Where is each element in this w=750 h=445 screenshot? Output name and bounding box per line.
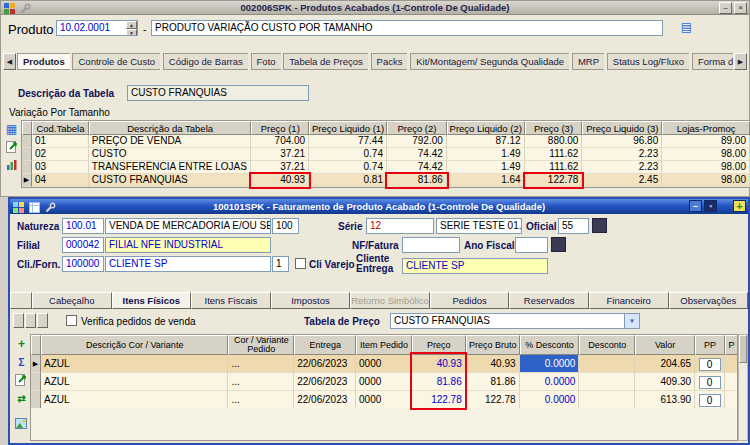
- mini-toolbar-button[interactable]: [13, 313, 24, 328]
- image-icon[interactable]: [13, 418, 28, 432]
- chart-icon[interactable]: [4, 159, 19, 173]
- sum-icon[interactable]: Σ: [14, 356, 29, 370]
- col-p[interactable]: P: [725, 335, 737, 355]
- col-pct-desconto[interactable]: % Desconto: [520, 335, 580, 355]
- col-preco-1[interactable]: Preço (1): [251, 121, 309, 135]
- tab-pedidos[interactable]: Pedidos: [430, 292, 510, 309]
- produto-description-input[interactable]: PRODUTO VARIAÇÃO CUSTO POR TAMANHO: [151, 20, 663, 36]
- ano-fiscal-field[interactable]: [515, 237, 548, 253]
- serie-desc-field[interactable]: SERIE TESTE 01.1: [436, 218, 522, 234]
- table-row[interactable]: 03 TRANSFERÊNCIA ENTRE LOJAS 37.21 0.74 …: [22, 161, 750, 174]
- col-cod-tabela[interactable]: Cod.Tabela: [32, 121, 89, 135]
- tab-tabela-de-precos[interactable]: Tabela de Preços: [283, 53, 367, 70]
- pp-cell[interactable]: 0: [699, 376, 721, 389]
- col-valor[interactable]: Valor: [635, 335, 695, 355]
- col-pp[interactable]: PP: [695, 335, 725, 355]
- export-icon[interactable]: [13, 374, 28, 388]
- table-row-selected[interactable]: ▶ AZUL ... 22/06/2023 0000 40.93 40.93 0…: [31, 355, 737, 373]
- col-entrega[interactable]: Entrega: [294, 335, 356, 355]
- minimize-button[interactable]: –: [719, 2, 732, 14]
- cli-forn-code-field[interactable]: 100000: [62, 256, 104, 272]
- grid-icon[interactable]: ▦: [4, 123, 19, 137]
- filial-code-field[interactable]: 000042: [62, 237, 104, 253]
- tab-produtos[interactable]: Produtos: [17, 53, 70, 70]
- tab-observacoes[interactable]: Observações: [669, 292, 749, 309]
- tab-scroll-right-icon[interactable]: ▶: [734, 53, 747, 70]
- vertical-scrollbar[interactable]: [738, 334, 748, 441]
- col-preco-2[interactable]: Preço (2): [387, 121, 447, 135]
- natureza-extra-field[interactable]: 100: [272, 218, 299, 234]
- oficial-label: Oficial: [526, 221, 557, 232]
- produtos-window-title: 002006SPK - Produtos Acabados (1-Control…: [1, 2, 749, 13]
- tab-itens-fiscais[interactable]: Itens Fiscais: [191, 292, 271, 309]
- produto-spinner[interactable]: ▲ ▼: [126, 21, 137, 35]
- tab-financeiro[interactable]: Financeiro: [589, 292, 669, 309]
- faturamento-titlebar[interactable]: 100101SPK - Faturamento de Produto Acaba…: [10, 199, 748, 214]
- col-lojas-promoc[interactable]: Lojas-Promoç: [662, 121, 750, 135]
- table-row-selected[interactable]: ▶ 04 CUSTO FRANQUIAS 40.93 0.81 81.86 1.…: [22, 174, 750, 187]
- refresh-icon[interactable]: ⇄: [14, 392, 29, 406]
- minimize-button[interactable]: –: [689, 200, 702, 212]
- col-cor-variante-pedido[interactable]: Cor / Variante Pedido: [228, 335, 294, 355]
- tab-forma-de-pagamento[interactable]: Forma de Pagamento: [692, 53, 733, 70]
- col-preco-liquido-3[interactable]: Preço Liquido (3): [582, 121, 662, 135]
- natureza-desc-field[interactable]: VENDA DE MERCADORIA E/OU SERVI: [105, 218, 271, 234]
- filial-desc-field[interactable]: FILIAL NFE INDUSTRIAL: [105, 237, 271, 253]
- cliente-entrega-field[interactable]: CLIENTE SP: [402, 258, 548, 274]
- row-selector: [22, 148, 32, 161]
- col-preco-bruto[interactable]: Preço Bruto: [466, 335, 520, 355]
- cli-extra-field[interactable]: 1: [272, 256, 289, 272]
- new-record-button[interactable]: +: [733, 200, 746, 212]
- produtos-titlebar[interactable]: 002006SPK - Produtos Acabados (1-Control…: [1, 1, 749, 15]
- notes-icon[interactable]: ▤: [679, 21, 694, 35]
- tab-controle-de-custo[interactable]: Controle de Custo: [72, 53, 160, 70]
- mini-toolbar-button[interactable]: [25, 313, 36, 328]
- lookup-button[interactable]: [551, 237, 566, 252]
- col-descricao-cor-variante[interactable]: Descrição Cor / Variante: [41, 335, 228, 355]
- serie-code-field[interactable]: 12: [366, 218, 434, 234]
- desc-tabela-input[interactable]: CUSTO FRANQUIAS: [127, 85, 309, 101]
- col-preco[interactable]: Preço: [412, 335, 466, 355]
- table-row[interactable]: AZUL ... 22/06/2023 0000 122.78 122.78 0…: [31, 391, 737, 409]
- tab-scroll-left-icon[interactable]: ◀: [3, 53, 16, 70]
- produto-code-input[interactable]: 10.02.0001 ▲ ▼: [56, 20, 138, 36]
- col-preco-3[interactable]: Preço (3): [525, 121, 583, 135]
- tab-foto[interactable]: Foto: [251, 53, 281, 70]
- col-preco-liquido-2[interactable]: Preço Liquido (2): [447, 121, 525, 135]
- verifica-pedidos-checkbox[interactable]: [66, 315, 77, 326]
- tab-reservados[interactable]: Reservados: [509, 292, 589, 309]
- scrollbar-thumb[interactable]: [739, 335, 747, 363]
- pp-cell[interactable]: 0: [699, 358, 721, 371]
- oficial-field[interactable]: 55: [558, 218, 589, 234]
- chevron-down-icon[interactable]: ▼: [624, 314, 639, 328]
- pp-cell[interactable]: 0: [699, 394, 721, 407]
- col-desconto[interactable]: Desconto: [579, 335, 635, 355]
- tab-kit-montagem[interactable]: Kit/Montagem/ Segunda Qualidade: [410, 53, 569, 70]
- table-row[interactable]: 02 CUSTO 37.21 0.74 74.42 1.49 111.62 2.…: [22, 148, 750, 161]
- col-descricao-tabela[interactable]: Descrição da Tabela: [89, 121, 252, 135]
- export-icon[interactable]: [4, 141, 19, 155]
- tabela-preco-select[interactable]: CUSTO FRANQUIAS ▼: [390, 313, 640, 329]
- tab-packs[interactable]: Packs: [371, 53, 408, 70]
- maximize-icon[interactable]: ▪: [704, 200, 717, 212]
- nf-fatura-field[interactable]: [402, 237, 460, 253]
- cli-forn-desc-field[interactable]: CLIENTE SP: [105, 256, 271, 272]
- close-icon[interactable]: ×: [734, 2, 747, 14]
- screen: 002006SPK - Produtos Acabados (1-Control…: [0, 0, 750, 445]
- natureza-code-field[interactable]: 100.01: [62, 218, 104, 234]
- mini-toolbar-button[interactable]: [37, 313, 48, 328]
- cli-varejo-checkbox[interactable]: [295, 258, 306, 269]
- tab-cabecalho[interactable]: Cabeçalho: [32, 292, 112, 309]
- lookup-button[interactable]: [592, 218, 607, 233]
- tab-impostos[interactable]: Impostos: [271, 292, 351, 309]
- col-item-pedido[interactable]: Item Pedido: [356, 335, 412, 355]
- tab-itens-fisicos[interactable]: Itens Físicos: [112, 292, 192, 309]
- table-row[interactable]: AZUL ... 22/06/2023 0000 81.86 81.86 0.0…: [31, 373, 737, 391]
- table-row[interactable]: 01 PREÇO DE VENDA 704.00 77.44 792.00 87…: [22, 135, 750, 148]
- tab-mrp[interactable]: MRP: [572, 53, 604, 70]
- col-preco-liquido-1[interactable]: Preço Liquido (1): [309, 121, 387, 135]
- tab-codigo-de-barras[interactable]: Código de Barras: [163, 53, 248, 70]
- add-row-icon[interactable]: +: [14, 338, 29, 352]
- tab-status-log-fluxo[interactable]: Status Log/Fluxo: [607, 53, 689, 70]
- selected-cell[interactable]: 0.0000: [520, 355, 580, 373]
